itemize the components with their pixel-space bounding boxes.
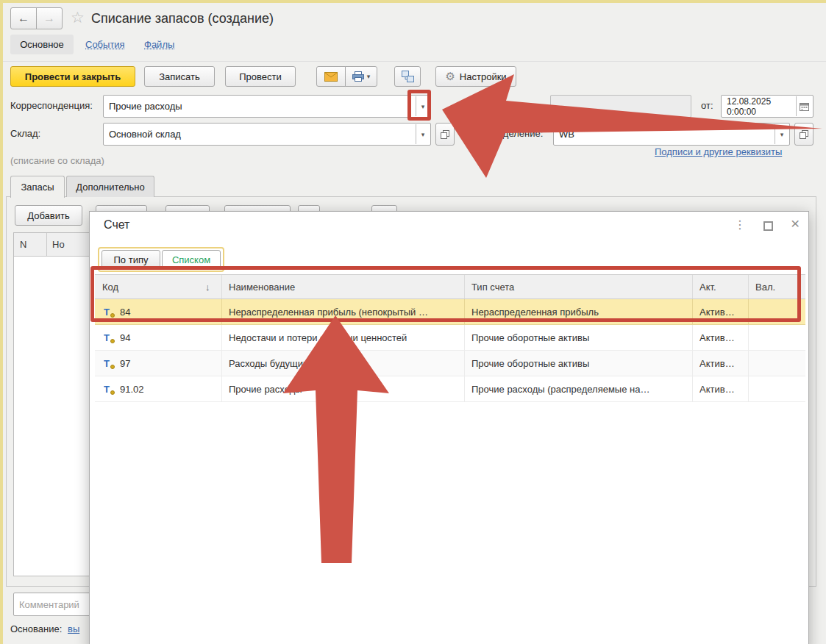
warehouse-note: (списание со склада) (10, 155, 104, 166)
nav-tab-events[interactable]: События (85, 39, 125, 50)
account-icon: T (104, 358, 115, 369)
column-divider (464, 376, 465, 401)
department-open-button[interactable] (794, 123, 813, 146)
col-name[interactable]: Наименование (229, 275, 295, 298)
cell-code: 84 (120, 299, 216, 324)
dialog-maximize-icon[interactable] (763, 221, 773, 231)
basis-link[interactable]: вы (68, 623, 79, 634)
warehouse-dropdown-button[interactable]: ▾ (416, 124, 430, 144)
save-label: Записать (159, 71, 200, 82)
nav-tab-files[interactable]: Файлы (144, 39, 174, 50)
add-row-button[interactable]: Добавить (15, 205, 82, 226)
dialog-close-icon[interactable]: × (791, 215, 800, 232)
chevron-down-icon: ▾ (780, 131, 784, 138)
favorite-star-icon[interactable]: ☆ (71, 9, 85, 26)
warehouse-value: Основной склад (109, 129, 181, 140)
cell-code: 94 (120, 325, 216, 350)
inventory-col-item[interactable]: Но (52, 233, 65, 256)
table-row[interactable]: T 84 Нераспределенная прибыль (непокрыты… (95, 299, 805, 325)
post-button[interactable]: Провести (225, 66, 296, 87)
warehouse-open-button[interactable] (435, 123, 455, 146)
date-field[interactable]: 12.08.2025 0:00:00 (721, 95, 813, 118)
modal-frame-left (0, 0, 3, 644)
department-label: Подразделение: (471, 128, 543, 139)
header-separator (3, 61, 826, 62)
cell-name: Прочие расходы (229, 376, 458, 401)
forward-button[interactable]: → (36, 7, 63, 29)
back-icon: ← (18, 12, 29, 25)
open-link-icon (441, 130, 449, 139)
signatures-link[interactable]: Подписи и другие реквизиты (655, 146, 782, 157)
back-button[interactable]: ← (10, 7, 37, 29)
column-divider (748, 351, 749, 376)
tab-inventory[interactable]: Запасы (10, 176, 65, 198)
print-button[interactable]: ▾ (345, 66, 377, 87)
column-divider (221, 325, 222, 350)
save-button[interactable]: Записать (144, 66, 215, 87)
table-row[interactable]: T 91.02 Прочие расходы Прочие расходы (р… (95, 376, 805, 402)
related-documents-button[interactable] (394, 66, 421, 87)
correspondence-field[interactable]: Прочие расходы ▾ (103, 95, 431, 118)
cell-currency (755, 299, 800, 324)
date-value: 12.08.2025 0:00:00 (727, 96, 794, 117)
settings-label: Настройки (460, 71, 507, 82)
column-divider (46, 233, 47, 256)
column-divider (748, 299, 749, 324)
dialog-more-icon[interactable]: ⋮ (734, 218, 746, 232)
column-divider (464, 325, 465, 350)
cell-currency (755, 376, 800, 401)
account-icon: T (104, 307, 115, 318)
cell-name: Недостачи и потери от порчи ценностей (229, 325, 458, 350)
post-and-close-button[interactable]: Провести и закрыть (10, 66, 135, 87)
column-divider (221, 275, 222, 298)
tab-additional[interactable]: Дополнительно (66, 176, 154, 197)
cell-active: Актив… (699, 299, 742, 324)
cell-type: Прочие оборотные активы (471, 351, 686, 376)
column-divider (748, 325, 749, 350)
cell-type: Прочие оборотные активы (471, 325, 686, 350)
cell-active: Актив… (699, 351, 742, 376)
column-divider (221, 299, 222, 324)
department-field[interactable]: WB ▾ (553, 123, 790, 146)
table-row[interactable]: T 97 Расходы будущих периодов Прочие обо… (95, 351, 805, 376)
calendar-button[interactable] (796, 96, 812, 116)
post-and-close-label: Провести и закрыть (25, 71, 121, 82)
cell-type: Нераспределенная прибыль (471, 299, 686, 324)
accounts-table-header: Код ↓ Наименование Тип счета Акт. Вал. (95, 274, 805, 299)
cell-name: Расходы будущих периодов (229, 351, 458, 376)
settings-button[interactable]: ⚙ Настройки (435, 66, 516, 87)
dialog-title: Счет (104, 218, 129, 232)
view-by-type-button[interactable]: По типу (102, 250, 160, 269)
calendar-icon (800, 102, 809, 111)
modal-frame-top (0, 0, 826, 3)
post-label: Провести (239, 71, 282, 82)
column-divider (692, 275, 693, 298)
view-as-list-button[interactable]: Списком (162, 250, 221, 269)
nav-tab-main-label: Основное (20, 39, 64, 50)
account-picker-dialog: Счет ⋮ × По типу Списком Код ↓ Наименова… (89, 211, 809, 644)
chevron-down-icon: ▾ (421, 131, 425, 138)
col-currency[interactable]: Вал. (755, 275, 775, 298)
column-divider (464, 351, 465, 376)
department-dropdown-button[interactable]: ▾ (775, 124, 788, 144)
open-link-icon (800, 130, 808, 139)
column-divider (692, 325, 693, 350)
related-documents-icon (402, 71, 414, 82)
col-active[interactable]: Акт. (699, 275, 716, 298)
col-code[interactable]: Код (102, 275, 118, 298)
column-divider (692, 351, 693, 376)
cell-type: Прочие расходы (распределяемые на… (471, 376, 686, 401)
warehouse-field[interactable]: Основной склад ▾ (103, 123, 431, 146)
email-button[interactable] (316, 66, 346, 87)
application-window: ← → ☆ Списание запасов (создание) Основн… (0, 0, 826, 644)
cell-name: Нераспределенная прибыль (непокрытый … (229, 299, 458, 324)
envelope-icon (324, 72, 338, 82)
add-row-label: Добавить (27, 210, 69, 221)
cell-active: Актив… (699, 325, 742, 350)
table-row[interactable]: T 94 Недостачи и потери от порчи ценност… (95, 325, 805, 351)
col-type[interactable]: Тип счета (471, 275, 514, 298)
inventory-col-n[interactable]: N (20, 233, 26, 256)
department-value: WB (559, 129, 574, 140)
nav-tab-main[interactable]: Основное (10, 35, 74, 54)
correspondence-dropdown-button[interactable]: ▾ (416, 96, 430, 116)
